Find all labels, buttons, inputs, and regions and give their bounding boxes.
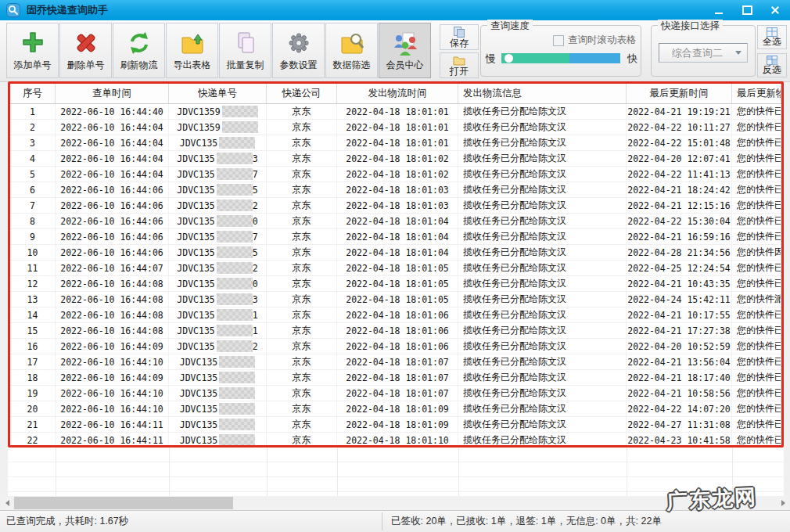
mosaic-blur	[217, 168, 253, 180]
cell-ship-time: 2022-04-18 18:01:05	[337, 292, 458, 307]
refresh-logistics-button[interactable]: 刷新物流	[113, 23, 165, 78]
cell-ship-time: 2022-04-18 18:01:07	[337, 370, 458, 385]
left-arrow-icon	[5, 500, 9, 506]
cell-ship-info: 揽收任务已分配给陈文汉	[458, 245, 627, 260]
batch-copy-button[interactable]: 批量复制	[219, 23, 271, 78]
minimize-button[interactable]	[709, 3, 729, 17]
cell-company: 京东	[267, 370, 337, 385]
cell-query-time: 2022-06-10 16:44:04	[56, 167, 169, 182]
cell-ship-time: 2022-04-18 18:01:06	[337, 323, 458, 338]
settings-button[interactable]: 参数设置	[272, 23, 325, 78]
table-row[interactable]: 22022-06-10 16:44:04JDVC1359京东2022-04-18…	[10, 120, 781, 135]
slider-thumb[interactable]	[505, 54, 513, 63]
cell-update-time: 2022-04-20 12:07:41	[627, 151, 732, 166]
column-header-8[interactable]: 最后更新物流	[732, 84, 781, 103]
chevron-down-icon	[735, 51, 742, 55]
cell-tracking-number: JDVC1359	[169, 120, 267, 135]
invert-selection-button[interactable]: 反选	[757, 53, 787, 77]
scrollbar-thumb[interactable]	[14, 497, 233, 509]
table-row[interactable]: 222022-06-10 16:44:11JDVC135京东2022-04-18…	[10, 433, 781, 448]
api-dropdown[interactable]: 综合查询二	[659, 43, 748, 63]
scroll-left-arrow[interactable]	[2, 496, 13, 510]
cell-update-time: 2022-04-24 15:42:11	[627, 292, 732, 307]
column-header-6[interactable]: 发出物流信息	[458, 84, 627, 103]
cell-update-time: 2022-04-21 18:24:42	[627, 182, 732, 197]
table-row[interactable]: 182022-06-10 16:44:09JDVC135京东2022-04-18…	[10, 370, 781, 386]
speed-slider[interactable]	[501, 53, 620, 63]
filter-icon	[339, 30, 364, 56]
table-row[interactable]: 162022-06-10 16:44:09JDVC1352京东2022-04-1…	[10, 339, 781, 354]
cell-update-time: 2022-04-21 12:15:16	[627, 198, 732, 213]
cell-query-time: 2022-06-10 16:44:10	[56, 401, 169, 416]
cell-update-info: 您的快件因	[732, 245, 781, 260]
cell-ship-time: 2022-04-18 18:01:07	[337, 386, 458, 401]
table-row[interactable]: 142022-06-10 16:44:08JDVC1351京东2022-04-1…	[10, 307, 781, 323]
button-label: 删除单号	[67, 59, 105, 72]
cell-company: 京东	[267, 151, 337, 166]
results-table: 序号查单时间快递单号快递公司发出物流时间发出物流信息最后更新时间最后更新物流 1…	[8, 81, 784, 448]
column-header-7[interactable]: 最后更新时间	[627, 84, 732, 103]
table-row[interactable]: 32022-06-10 16:44:04JDVC135京东2022-04-18 …	[10, 135, 781, 151]
mosaic-blur	[217, 325, 253, 336]
cell-query-time: 2022-06-10 16:44:06	[56, 245, 169, 260]
data-filter-button[interactable]: 数据筛选	[325, 23, 378, 78]
add-tracking-button[interactable]: 添加单号	[6, 23, 59, 78]
member-center-button[interactable]: 会员中心	[379, 23, 431, 78]
maximize-button[interactable]	[737, 3, 757, 17]
column-header-3[interactable]: 快递单号	[169, 84, 267, 103]
cell-index: 4	[10, 151, 56, 166]
cell-ship-time: 2022-04-18 18:01:01	[337, 135, 458, 150]
table-row[interactable]: 12022-06-10 16:44:40JDVC1359京东2022-04-18…	[10, 104, 781, 120]
cell-query-time: 2022-06-10 16:44:09	[56, 370, 169, 385]
open-button[interactable]: 打开	[440, 52, 479, 78]
cell-company: 京东	[267, 276, 337, 291]
column-header-2[interactable]: 查单时间	[56, 84, 169, 103]
table-row[interactable]: 132022-06-10 16:44:08JDVC1353京东2022-04-1…	[10, 292, 781, 307]
cell-update-time: 2022-04-21 10:58:56	[627, 386, 732, 401]
cell-query-time: 2022-06-10 16:44:06	[56, 214, 169, 228]
table-row[interactable]: 202022-06-10 16:44:10JDVC135京东2022-04-18…	[10, 401, 781, 417]
add-icon	[20, 30, 45, 56]
cell-index: 13	[10, 292, 56, 307]
select-all-button[interactable]: 全选	[757, 25, 787, 49]
cell-query-time: 2022-06-10 16:44:08	[56, 292, 169, 307]
table-row[interactable]: 92022-06-10 16:44:06JDVC1357京东2022-04-18…	[10, 229, 781, 245]
copy-icon	[233, 30, 258, 56]
mosaic-blur	[219, 434, 255, 446]
scroll-while-query-checkbox[interactable]: 查询时滚动表格	[553, 34, 637, 47]
column-header-4[interactable]: 快递公司	[267, 84, 337, 103]
cell-index: 21	[10, 417, 56, 432]
mosaic-blur	[219, 403, 255, 415]
mosaic-blur	[219, 372, 255, 383]
cell-update-info: 您的快件已由	[732, 386, 781, 401]
table-row[interactable]: 172022-06-10 16:44:10JDVC135京东2022-04-18…	[10, 354, 781, 370]
express-api-panel: 快递接口选择 综合查询二	[651, 25, 756, 77]
table-row[interactable]: 72022-06-10 16:44:06JDVC1352京东2022-04-18…	[10, 198, 781, 214]
cell-ship-info: 揽收任务已分配给陈文汉	[458, 307, 627, 322]
close-button[interactable]	[765, 3, 785, 17]
table-row[interactable]: 152022-06-10 16:44:08JDVC1351京东2022-04-1…	[10, 323, 781, 339]
table-row[interactable]: 122022-06-10 16:44:08JDVC1350京东2022-04-1…	[10, 276, 781, 292]
column-header-1[interactable]: 序号	[10, 84, 56, 103]
cell-company: 京东	[267, 417, 337, 432]
table-row[interactable]: 82022-06-10 16:44:06JDVC1350京东2022-04-18…	[10, 214, 781, 229]
table-row[interactable]: 212022-06-10 16:44:11JDVC135京东2022-04-18…	[10, 417, 781, 433]
column-header-5[interactable]: 发出物流时间	[337, 84, 458, 103]
save-button[interactable]: 保存	[440, 24, 479, 50]
table-row[interactable]: 42022-06-10 16:44:04JDVC1353京东2022-04-18…	[10, 151, 781, 167]
table-row[interactable]: 52022-06-10 16:44:04JDVC1357京东2022-04-18…	[10, 167, 781, 182]
table-row[interactable]: 102022-06-10 16:44:06JDVC1355京东2022-04-1…	[10, 245, 781, 261]
table-row[interactable]: 62022-06-10 16:44:06JDVC1355京东2022-04-18…	[10, 182, 781, 198]
cell-ship-info: 揽收任务已分配给陈文汉	[458, 386, 627, 401]
table-row[interactable]: 192022-06-10 16:44:10JDVC135京东2022-04-18…	[10, 386, 781, 401]
table-row[interactable]: 112022-06-10 16:44:07JDVC1352京东2022-04-1…	[10, 261, 781, 276]
delete-tracking-button[interactable]: 删除单号	[59, 23, 112, 78]
mosaic-blur	[217, 246, 253, 258]
members-icon	[393, 30, 418, 56]
cell-query-time: 2022-06-10 16:44:07	[56, 261, 169, 275]
cell-company: 京东	[267, 401, 337, 416]
cell-company: 京东	[267, 229, 337, 244]
checkbox-box[interactable]	[553, 35, 564, 46]
export-table-button[interactable]: 导出表格	[166, 23, 218, 78]
scroll-right-arrow[interactable]	[777, 496, 788, 510]
